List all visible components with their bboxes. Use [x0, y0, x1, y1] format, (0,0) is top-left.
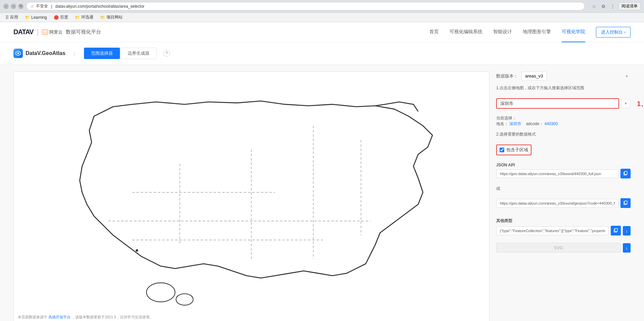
- help-icon[interactable]: ?: [163, 50, 170, 57]
- browser-controls: ← → ↻: [3, 4, 24, 9]
- other-download-button[interactable]: ↓: [623, 226, 631, 235]
- version-row: 数据版本： areas_v3 areas_v2: [496, 71, 631, 81]
- browser-right-icons: ☆ ⚙ ⋮ 阅读清单: [590, 2, 641, 10]
- svg-rect-15: [625, 201, 627, 204]
- checkbox-section: 包含子区域 2、需要子区域一定要勾选: [496, 145, 631, 155]
- other-types-row: ↓: [496, 226, 631, 235]
- checkbox-label: 包含子区域: [506, 147, 528, 153]
- bookmark-baidu-label: 百度: [60, 14, 68, 20]
- bookmark-learning[interactable]: 📁 Learning: [22, 14, 50, 20]
- top-nav: DATAV | (-) 阿里云 数据可视化平台 首页 可视化编辑系统 智能设计 …: [0, 22, 644, 42]
- nav-home[interactable]: 首页: [429, 22, 439, 42]
- enter-console-button[interactable]: 进入控制台 ›: [596, 27, 631, 38]
- json-preview-input[interactable]: [496, 226, 609, 235]
- json-api-label: JSON API: [496, 163, 631, 167]
- or-text: 或: [496, 186, 631, 192]
- apps-bookmark[interactable]: ⠿ 应用: [3, 14, 21, 21]
- json-api-row: [496, 169, 631, 178]
- logo-divider: |: [37, 28, 39, 37]
- map-svg[interactable]: [26, 78, 477, 316]
- bookmark-huanxuntong-icon: 📁: [75, 15, 80, 20]
- bookmark-learning-label: Learning: [31, 15, 47, 20]
- profile-icon[interactable]: ☆: [590, 3, 598, 10]
- nav-geo-engine[interactable]: 地理图形引擎: [523, 22, 551, 42]
- bookmark-huanxuntong[interactable]: 📁 环迅通: [72, 14, 96, 21]
- tab-range-selector[interactable]: 范围选择器: [84, 48, 120, 59]
- instruction-2: 2.选择需要的数据格式: [496, 131, 631, 137]
- current-selection: 当前选择： 地名： 深圳市 adcode： 440300: [496, 115, 631, 127]
- json-api-copy-button[interactable]: [620, 169, 631, 178]
- other-types-section: 其他类型 ↓: [496, 218, 631, 238]
- svg-section: SVG ↓: [496, 243, 631, 253]
- bookmark-project-label: 项目网站: [106, 14, 123, 20]
- svg-point-11: [136, 249, 138, 252]
- lock-icon: ⚠: [31, 4, 34, 8]
- json-api-input[interactable]: [496, 169, 618, 178]
- reading-list-btn[interactable]: 阅读清单: [618, 2, 641, 10]
- aliyun-bracket-icon: (-): [42, 30, 48, 35]
- map-footer-suffix: ，该版本数据更新于2021.5，仅供学习交流使用。: [72, 315, 153, 319]
- adcode-value: 440300: [544, 121, 558, 126]
- svg-point-1: [17, 53, 19, 54]
- geojson-copy-button[interactable]: [620, 198, 631, 208]
- reload-button[interactable]: ↻: [18, 4, 24, 9]
- right-panel: 数据版本： areas_v3 areas_v2 1.点击左侧地图，或在下方输入搜…: [496, 71, 631, 321]
- annotation-search: 1、搜索: [637, 99, 644, 108]
- geoatlas-label: DataV.GeoAtlas: [26, 50, 66, 56]
- version-select-wrapper: areas_v3 areas_v2: [521, 71, 631, 81]
- forward-button[interactable]: →: [11, 4, 16, 9]
- geojson-api-input[interactable]: [496, 199, 618, 208]
- platform-title: 数据可视化平台: [66, 29, 101, 35]
- back-button[interactable]: ←: [3, 4, 9, 9]
- other-copy-button[interactable]: [611, 226, 621, 235]
- bookmark-baidu[interactable]: 🔴 百度: [51, 14, 71, 21]
- svg-label: SVG: [496, 243, 621, 253]
- page-content: DataV.GeoAtlas | 范围选择器 边界生成器 ?: [0, 42, 644, 321]
- map-container[interactable]: 本页面数据来源于 高德开放平台 ，该版本数据更新于2021.5，仅供学习交流使用…: [13, 71, 489, 321]
- address-bar[interactable]: ⚠ 不安全 | datav.aliyun.com/portal/school/a…: [26, 2, 585, 10]
- extensions-icon[interactable]: ⚙: [600, 3, 607, 10]
- sub-header: DataV.GeoAtlas | 范围选择器 边界生成器 ?: [0, 42, 644, 65]
- checkbox-row: 包含子区域: [496, 145, 531, 155]
- map-footer: 本页面数据来源于 高德开放平台 ，该版本数据更新于2021.5，仅供学习交流使用…: [18, 315, 153, 320]
- map-area: [14, 72, 489, 321]
- include-children-checkbox[interactable]: [500, 148, 504, 152]
- bookmark-baidu-icon: 🔴: [54, 15, 59, 20]
- place-label: 地名：: [496, 121, 508, 126]
- geoatlas-logo: DataV.GeoAtlas: [13, 49, 66, 58]
- search-row: ▾: [496, 98, 631, 109]
- svg-download-button[interactable]: ↓: [623, 243, 631, 253]
- bookmark-project[interactable]: 📁 项目网站: [97, 14, 125, 21]
- menu-icon[interactable]: ⋮: [609, 3, 616, 10]
- bookmark-learning-icon: 📁: [25, 15, 30, 20]
- geojson-section: 3、下载json文件: [496, 198, 631, 211]
- tab-boundary-generator[interactable]: 边界生成器: [121, 48, 157, 59]
- version-label: 数据版本：: [496, 73, 518, 79]
- main-layout: 本页面数据来源于 高德开放平台 ，该版本数据更新于2021.5，仅供学习交流使用…: [0, 65, 644, 321]
- nav-ai-design[interactable]: 智能设计: [493, 22, 512, 42]
- svg-point-9: [146, 283, 175, 302]
- search-input[interactable]: [496, 98, 619, 109]
- logo-area: DATAV | (-) 阿里云 数据可视化平台: [13, 28, 101, 37]
- apps-label: 应用: [10, 14, 18, 20]
- url-text: datav.aliyun.com/portal/school/atlas/are…: [55, 4, 144, 9]
- map-footer-link[interactable]: 高德开放平台: [48, 315, 71, 319]
- svg-point-10: [176, 293, 193, 305]
- bookmark-huanxuntong-label: 环迅通: [81, 14, 93, 20]
- datav-logo: DATAV: [13, 28, 33, 36]
- version-select[interactable]: areas_v3 areas_v2: [521, 71, 547, 81]
- nav-editor[interactable]: 可视化编辑系统: [449, 22, 482, 42]
- aliyun-logo: (-) 阿里云: [42, 29, 62, 35]
- search-dropdown-button[interactable]: ▾: [621, 99, 631, 108]
- place-value[interactable]: 深圳市: [509, 121, 521, 126]
- apps-grid-icon: ⠿: [5, 15, 9, 20]
- nav-academy[interactable]: 可视化学院: [562, 22, 585, 42]
- sub-divider: |: [74, 51, 75, 56]
- bookmarks-bar: ⠿ 应用 📁 Learning 🔴 百度 📁 环迅通 📁 项目网站: [0, 13, 644, 22]
- geojson-api-row: [496, 198, 631, 208]
- instruction-1: 1.点击左侧地图，或在下方输入搜索选择区域范围: [496, 85, 631, 91]
- sub-nav-tabs: 范围选择器 边界生成器: [84, 48, 157, 59]
- geoatlas-icon: [13, 49, 23, 58]
- map-footer-text: 本页面数据来源于: [18, 315, 47, 319]
- browser-bar: ← → ↻ ⚠ 不安全 | datav.aliyun.com/portal/sc…: [0, 0, 644, 13]
